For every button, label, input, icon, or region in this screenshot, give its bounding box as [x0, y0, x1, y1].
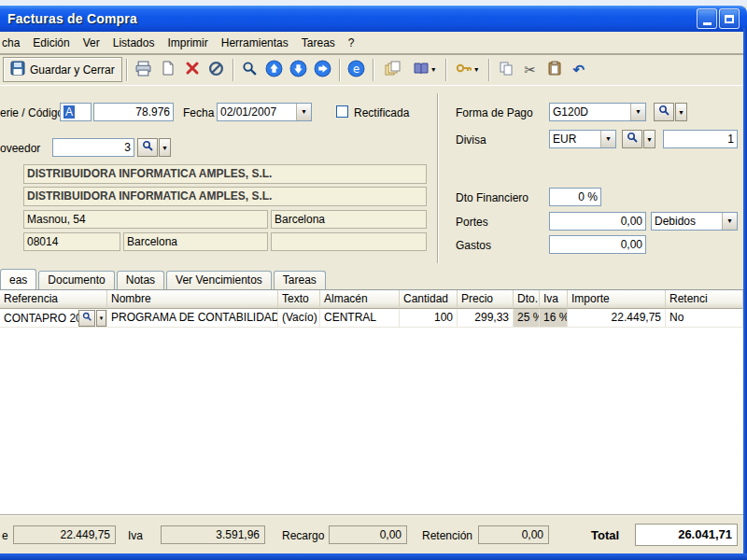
- tab-documento[interactable]: Documento: [38, 271, 114, 289]
- menu-listados[interactable]: Listados: [106, 34, 162, 52]
- dropdown-arrow-icon[interactable]: ▼: [675, 103, 687, 121]
- go-record-button[interactable]: [311, 58, 335, 82]
- col-importe[interactable]: Importe: [568, 290, 666, 309]
- dropdown-arrow-icon[interactable]: ▼: [600, 131, 615, 147]
- cell-importe[interactable]: 22.449,75: [568, 309, 666, 328]
- form-divider: [437, 93, 439, 263]
- forma-pago-label: Forma de Pago: [456, 106, 533, 119]
- previous-record-button[interactable]: [262, 58, 287, 82]
- tab-ver-vencimientos[interactable]: Ver Vencimientos: [166, 271, 272, 289]
- fecha-select[interactable]: 02/01/2007 ▼: [217, 103, 312, 121]
- dropdown-arrow-icon[interactable]: ▼: [296, 104, 311, 120]
- search-button[interactable]: [238, 58, 262, 82]
- cell-referencia[interactable]: CONTAPRO 200 ▼: [0, 309, 107, 328]
- next-record-button[interactable]: [287, 58, 311, 82]
- toolbar: Guardar y Cerrar e ▼ ▼ ✂ ↶: [0, 54, 743, 86]
- document-button[interactable]: [156, 58, 180, 82]
- undo-button[interactable]: ↶: [567, 58, 591, 82]
- cell-retencion[interactable]: No: [666, 309, 743, 328]
- iva-total-field: 3.591,96: [161, 525, 265, 544]
- rectificada-checkbox[interactable]: [336, 105, 348, 118]
- col-referencia[interactable]: Referencia: [0, 290, 107, 309]
- grid-row[interactable]: CONTAPRO 200 ▼ PROGRAMA DE CONTABILIDAD …: [0, 309, 743, 328]
- cell-cantidad[interactable]: 100: [400, 309, 458, 328]
- col-precio[interactable]: Precio: [458, 290, 514, 309]
- col-dto[interactable]: Dto.: [514, 290, 540, 309]
- divisa-select[interactable]: EUR ▼: [549, 130, 616, 148]
- forma-pago-lookup: ▼: [654, 103, 687, 121]
- iva-label: Iva: [128, 529, 143, 542]
- cell-iva[interactable]: 16 %: [540, 309, 568, 328]
- gastos-input[interactable]: 0,00: [549, 235, 646, 254]
- catalog-button[interactable]: ▼: [408, 58, 442, 82]
- base-total-field: 22.449,75: [13, 525, 116, 544]
- menu-ver[interactable]: Ver: [77, 34, 106, 52]
- proveedor-direccion: Masnou, 54: [23, 210, 268, 229]
- serie-input[interactable]: A: [60, 103, 92, 121]
- search-lookup-button[interactable]: [622, 130, 642, 148]
- paste-button[interactable]: [543, 58, 567, 82]
- arrow-down-circle-icon: [289, 60, 307, 80]
- dropdown-arrow-icon[interactable]: ▼: [96, 310, 106, 327]
- tab-tareas[interactable]: Tareas: [274, 271, 326, 289]
- divisa-cambio-input[interactable]: 1: [663, 130, 738, 148]
- copies-button[interactable]: [378, 58, 408, 82]
- forma-pago-select[interactable]: G120D ▼: [549, 103, 646, 121]
- col-cantidad[interactable]: Cantidad: [400, 290, 458, 309]
- cut-button[interactable]: ✂: [518, 58, 543, 82]
- cell-nombre[interactable]: PROGRAMA DE CONTABILIDAD: [107, 309, 278, 328]
- title-bar[interactable]: Facturas de Compra: [0, 6, 747, 32]
- dto-financiero-value: 0 %: [578, 190, 598, 203]
- cell-texto[interactable]: (Vacío): [278, 309, 320, 328]
- menu-tareas[interactable]: Tareas: [295, 34, 342, 52]
- menu-ayuda[interactable]: ?: [342, 34, 361, 52]
- col-retencion[interactable]: Retenci: [666, 290, 743, 309]
- toolbar-separator: [233, 59, 234, 81]
- portes-input[interactable]: 0,00: [549, 212, 646, 231]
- dropdown-arrow-icon[interactable]: ▼: [630, 104, 645, 120]
- save-close-button[interactable]: Guardar y Cerrar: [3, 57, 122, 82]
- serie-value: A: [63, 105, 75, 119]
- col-almacen[interactable]: Almacén: [320, 290, 400, 309]
- menu-herramientas[interactable]: Herramientas: [215, 34, 295, 52]
- delete-button[interactable]: [180, 58, 204, 82]
- divisa-lookup: ▼: [622, 130, 655, 148]
- maximize-icon: [725, 15, 734, 23]
- minimize-button[interactable]: [697, 8, 717, 29]
- search-lookup-button[interactable]: [137, 138, 158, 157]
- base-label: e: [2, 529, 8, 542]
- no-entry-icon: [208, 61, 224, 79]
- menu-edicion[interactable]: Edición: [26, 34, 76, 52]
- cell-precio[interactable]: 299,33: [458, 309, 514, 328]
- print-button[interactable]: [132, 58, 156, 82]
- search-lookup-button[interactable]: [78, 310, 95, 327]
- proveedor-input[interactable]: 3: [52, 138, 134, 157]
- tab-lineas[interactable]: eas: [0, 269, 36, 289]
- search-lookup-button[interactable]: [654, 103, 674, 121]
- web-button[interactable]: e: [345, 58, 369, 82]
- codigo-input[interactable]: 78.976: [93, 103, 174, 121]
- retencion-label: Retención: [422, 529, 472, 542]
- menu-ficha[interactable]: cha: [0, 34, 26, 52]
- col-texto[interactable]: Texto: [278, 290, 320, 309]
- divisa-value: EUR: [553, 133, 576, 146]
- dropdown-arrow-icon[interactable]: ▼: [643, 130, 655, 148]
- search-icon: [627, 132, 639, 147]
- cell-dto[interactable]: 25 %: [514, 309, 540, 328]
- cancel-button[interactable]: [204, 58, 229, 82]
- maximize-button[interactable]: [719, 8, 740, 29]
- portes-tipo-select[interactable]: Debidos ▼: [651, 212, 738, 231]
- dropdown-arrow-icon[interactable]: ▼: [159, 138, 171, 157]
- key-icon: [456, 61, 472, 78]
- tab-notas[interactable]: Notas: [117, 271, 164, 289]
- gastos-label: Gastos: [456, 239, 491, 252]
- menu-imprimir[interactable]: Imprimir: [161, 34, 214, 52]
- dropdown-arrow-icon[interactable]: ▼: [722, 213, 737, 230]
- proveedor-provincia: Barcelona: [123, 232, 268, 251]
- dto-financiero-input[interactable]: 0 %: [549, 188, 601, 206]
- col-nombre[interactable]: Nombre: [107, 290, 278, 309]
- col-iva[interactable]: Iva: [540, 290, 568, 309]
- copy-button[interactable]: [494, 58, 518, 82]
- tools-button[interactable]: ▼: [451, 58, 485, 82]
- cell-almacen[interactable]: CENTRAL: [320, 309, 400, 328]
